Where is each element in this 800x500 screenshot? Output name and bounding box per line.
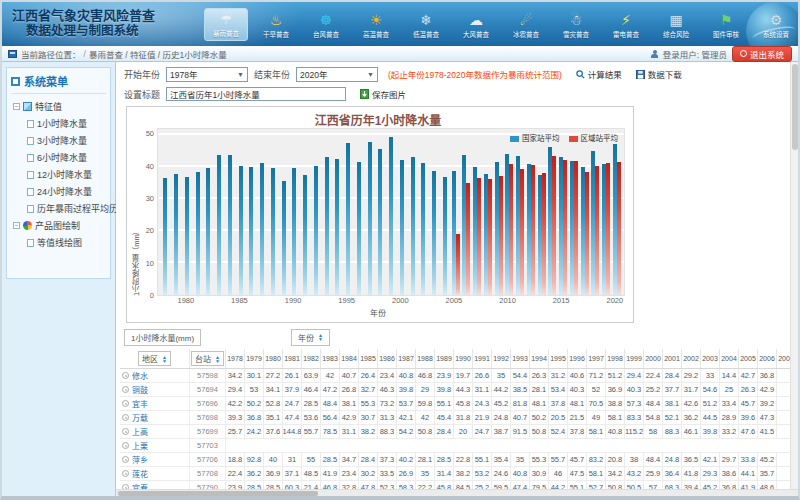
year-column-header[interactable]: 1987 [397,349,416,368]
vertical-scrollbar[interactable] [790,62,798,489]
data-cell: 71.2 [587,369,606,382]
toolbar-item-composite-risk[interactable]: ▦综合风险 [654,10,698,41]
save-image-button[interactable]: 保存图片 [360,88,406,100]
tree-group-0[interactable]: −特征值 [11,98,106,115]
year-column-header[interactable]: 2001 [663,349,682,368]
breadcrumb[interactable]: 暴雨普查 / 特征值 / 历史1小时降水量 [89,48,227,60]
toolbar-item-snow-survey[interactable]: ☃雪灾普查 [554,10,598,41]
toolbar-item-wind-survey[interactable]: ☁大风普查 [454,10,498,41]
year-column-header[interactable]: 1992 [492,349,511,368]
tree-group-1[interactable]: −产品图绘制 [11,217,106,234]
year-column-header[interactable]: 1984 [340,349,359,368]
year-column-header[interactable]: 1978 [226,349,245,368]
bar-group-2002 [418,129,429,295]
collapse-icon[interactable]: − [13,103,20,110]
calc-result-button[interactable]: 计算结果 [576,68,622,80]
tree-item-24小时降水量[interactable]: 24小时降水量 [11,183,106,200]
sort-button-台站[interactable]: 台站▲▼ [191,351,224,366]
tree-item-12小时降水量[interactable]: 12小时降水量 [11,166,106,183]
toolbar-item-lowtemp-survey[interactable]: ❄低温普查 [404,10,448,41]
toolbar-item-system-settings[interactable]: ⚙系统设置 [754,10,798,41]
station-name-link[interactable]: 铜鼓 [132,384,148,395]
tree-item-历年暴雨过程平均历时数[interactable]: 历年暴雨过程平均历时数 [11,200,106,217]
year-column-header[interactable]: 1981 [283,349,302,368]
collapse-icon[interactable]: − [13,222,20,229]
year-column-header[interactable]: 1998 [606,349,625,368]
horizontal-scrollbar[interactable] [116,489,798,496]
document-icon [27,120,34,128]
tree-item-1小时降水量[interactable]: 1小时降水量 [11,115,106,132]
data-cell: 39.8 [701,425,720,438]
year-column-header[interactable]: 1990 [454,349,473,368]
year-column-header[interactable]: 1986 [378,349,397,368]
bar-group-2008 [483,129,494,295]
region-cell: 万载 [120,411,190,424]
station-name-link[interactable]: 上高 [132,426,148,437]
data-cell: 47.5 [568,467,587,480]
toolbar-item-map-review[interactable]: ⚑图件审核 [704,10,748,41]
toolbar-item-rainstorm-survey[interactable]: ☔暴雨普查 [204,8,248,41]
year-column-header[interactable]: 1997 [587,349,606,368]
year-column-header[interactable]: 1991 [473,349,492,368]
year-column-header[interactable]: 1999 [625,349,644,368]
year-column-header[interactable]: 2000 [644,349,663,368]
sort-button-地区[interactable]: 地区▲▼ [138,351,171,366]
station-name-link[interactable]: 修水 [132,370,148,381]
tree-item-3小时降水量[interactable]: 3小时降水量 [11,132,106,149]
year-column-header[interactable]: 2002 [682,349,701,368]
data-cell: 46.4 [302,383,321,396]
year-column-header[interactable]: 1983 [321,349,340,368]
tree-item-等值线绘图[interactable]: 等值线绘图 [11,234,106,251]
row-radio[interactable] [122,372,129,379]
chart-title-input[interactable] [166,87,346,101]
vertical-scrollbar-thumb[interactable] [792,64,798,150]
station-name-link[interactable]: 上栗 [132,440,148,451]
station-name-link[interactable]: 万载 [132,412,148,423]
data-download-button[interactable]: 数据下载 [636,68,682,80]
year-column-header[interactable]: 1996 [568,349,587,368]
data-cell: 115.2 [625,425,644,438]
row-radio[interactable] [122,456,129,463]
national-bar-2003 [432,171,436,295]
year-column-header[interactable]: 1982 [302,349,321,368]
toolbar-item-typhoon-survey[interactable]: ☸台风普查 [304,10,348,41]
year-column-header[interactable]: 1980 [264,349,283,368]
logout-button[interactable]: 退出系统 [732,46,792,62]
year-sort-button[interactable]: 年份 ▲▼ [291,329,330,346]
year-column-header[interactable]: 1985 [359,349,378,368]
row-radio[interactable] [122,470,129,477]
bar-group-1990 [289,129,300,295]
year-column-header[interactable]: 1993 [511,349,530,368]
station-name-link[interactable]: 宜丰 [132,398,148,409]
national-bar-1990 [292,168,296,295]
toolbar-item-lightning-survey[interactable]: ⚡雷电普查 [604,10,648,41]
horizontal-scrollbar-thumb[interactable] [118,491,318,496]
year-column-header[interactable]: 1995 [549,349,568,368]
year-column-header[interactable]: 2003 [701,349,720,368]
bar-group-2012 [526,129,537,295]
year-column-header[interactable]: 1994 [530,349,549,368]
station-name-link[interactable]: 莲花 [132,468,148,479]
row-radio[interactable] [122,414,129,421]
data-cell: 33.2 [720,425,739,438]
toolbar-item-drought-survey[interactable]: ♨干旱普查 [254,10,298,41]
year-column-header[interactable]: 1979 [245,349,264,368]
data-cell: 39.2 [758,397,777,410]
tree-item-6小时降水量[interactable]: 6小时降水量 [11,149,106,166]
data-cell: 39.3 [226,411,245,424]
year-column-header[interactable]: 2006 [758,349,777,368]
year-column-header[interactable]: 1989 [435,349,454,368]
toolbar-item-hail-survey[interactable]: ☄冰雹普查 [504,10,548,41]
toolbar-item-hightemp-survey[interactable]: ☀高温普查 [354,10,398,41]
start-year-select[interactable]: 1978年 ▼ [166,67,248,82]
year-column-header[interactable]: 2004 [720,349,739,368]
row-radio[interactable] [122,442,129,449]
year-column-header[interactable]: 2005 [739,349,758,368]
x-tick-label: 2005 [446,296,463,307]
row-radio[interactable] [122,400,129,407]
row-radio[interactable] [122,386,129,393]
end-year-select[interactable]: 2020年 ▼ [296,67,378,82]
row-radio[interactable] [122,428,129,435]
station-name-link[interactable]: 萍乡 [132,454,148,465]
year-column-header[interactable]: 1988 [416,349,435,368]
